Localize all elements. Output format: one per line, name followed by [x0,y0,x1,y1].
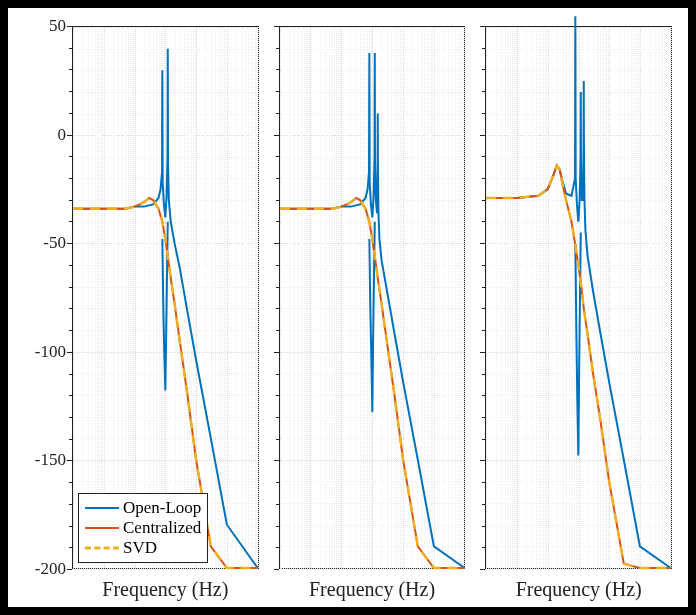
legend-label: SVD [123,538,157,558]
y-tick-label: 0 [20,125,66,145]
y-tick-label: -200 [20,559,66,579]
legend-item: SVD [85,538,201,558]
panel-2 [279,26,466,569]
x-axis-label: Frequency (Hz) [309,578,435,601]
legend-label: Open-Loop [123,498,201,518]
y-tick-label: -50 [20,233,66,253]
panels-row: -200-150-100-50050Open-LoopCentralizedSV… [72,26,672,569]
y-tick-label: 50 [20,16,66,36]
axes [485,26,672,569]
legend-item: Centralized [85,518,201,538]
panel-3 [485,26,672,569]
y-tick-label: -100 [20,342,66,362]
axes [72,26,259,569]
x-axis-label: Frequency (Hz) [516,578,642,601]
panel-1: -200-150-100-50050Open-LoopCentralizedSV… [72,26,259,569]
x-axis-label: Frequency (Hz) [102,578,228,601]
y-tick-label: -150 [20,450,66,470]
figure: Singular Value (dB) -200-150-100-50050Op… [8,8,688,607]
axes [279,26,466,569]
plot-lines [486,27,671,568]
legend-item: Open-Loop [85,498,201,518]
plot-lines [73,27,258,568]
x-axis-label-row: Frequency (Hz)Frequency (Hz)Frequency (H… [8,581,688,601]
legend-label: Centralized [123,518,201,538]
legend: Open-LoopCentralizedSVD [78,493,208,563]
plot-lines [280,27,465,568]
